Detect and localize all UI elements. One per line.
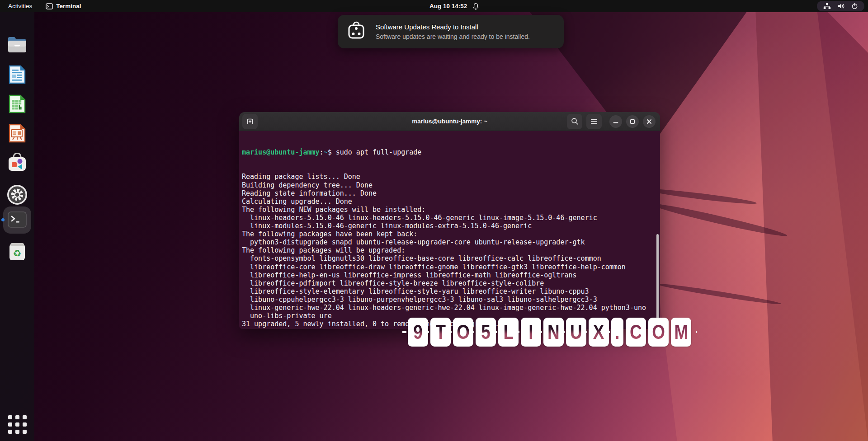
terminal-prompt-icon	[7, 211, 27, 229]
watermark-letter-tile: .	[611, 318, 623, 347]
watermark-letter-tile: I	[521, 318, 541, 347]
dock-item-libreoffice-writer[interactable]	[0, 64, 34, 85]
watermark-letter-tile: C	[626, 318, 646, 347]
terminal-output-line: linux-headers-5.15.0-46 linux-headers-5.…	[242, 214, 660, 222]
terminal-output: Reading package lists... DoneBuilding de…	[242, 173, 660, 329]
terminal-screen[interactable]: marius@ubuntu-jammy:~$ sudo apt full-upg…	[239, 131, 660, 329]
terminal-output-line: libreoffice-help-en-us libreoffice-impre…	[242, 271, 660, 279]
minimize-icon	[613, 119, 618, 124]
hamburger-menu-icon	[590, 118, 598, 125]
terminal-prompt-line: marius@ubuntu-jammy:~$ sudo apt full-upg…	[242, 148, 660, 156]
terminal-output-line: fonts-opensymbol libgnutls30 libreoffice…	[242, 254, 660, 263]
app-grid-icon	[8, 415, 27, 434]
dock-separator	[9, 200, 25, 200]
dock-item-libreoffice-calc[interactable]	[0, 94, 34, 114]
terminal-output-line: The following packages have been kept ba…	[242, 230, 660, 238]
terminal-output-line: Building dependency tree... Done	[242, 181, 660, 189]
maximize-icon	[630, 119, 635, 124]
top-bar: Activities Terminal Aug 10 14:52	[0, 0, 868, 12]
activities-button[interactable]: Activities	[0, 0, 40, 12]
terminal-scrollbar-thumb[interactable]	[656, 234, 659, 322]
terminal-output-line: linux-generic-hwe-22.04 linux-headers-ge…	[242, 304, 660, 312]
watermark-letter-tile: O	[648, 318, 669, 347]
impress-presentation-icon	[7, 123, 28, 144]
prompt-command: sudo apt full-upgrade	[336, 148, 422, 156]
close-button[interactable]	[643, 115, 656, 128]
prompt-path: ~	[324, 148, 328, 156]
search-button[interactable]	[567, 114, 582, 129]
dock-item-settings[interactable]	[0, 184, 34, 205]
terminal-output-line: The following packages will be upgraded:	[242, 246, 660, 254]
watermark-9to5linux: 9TO5LINUX.COM	[408, 318, 691, 347]
terminal-window: marius@ubuntu-jammy: ~	[239, 112, 660, 329]
terminal-output-line: The following NEW packages will be insta…	[242, 206, 660, 214]
watermark-letter-tile: 5	[476, 318, 496, 347]
svg-text:♻: ♻	[13, 248, 22, 259]
terminal-titlebar[interactable]: marius@ubuntu-jammy: ~	[239, 112, 660, 131]
software-bag-icon	[7, 153, 28, 173]
dock-item-libreoffice-impress[interactable]	[0, 123, 34, 144]
search-icon	[571, 117, 579, 125]
dock: ♻	[0, 12, 34, 441]
watermark-letter-tile: U	[566, 318, 586, 347]
close-icon	[646, 119, 652, 124]
menu-button[interactable]	[586, 114, 602, 129]
prompt-user-host: marius@ubuntu-jammy	[242, 148, 320, 156]
watermark-letter-tile: O	[453, 318, 473, 347]
new-tab-icon	[246, 117, 254, 126]
new-tab-button[interactable]	[242, 114, 258, 129]
terminal-output-line: libreoffice-core libreoffice-draw libreo…	[242, 263, 660, 271]
terminal-mini-icon	[46, 3, 53, 9]
watermark-letter-tile: 9	[408, 318, 428, 347]
terminal-output-line: python3-distupgrade snapd ubuntu-release…	[242, 238, 660, 246]
watermark-letter-tile: N	[543, 318, 564, 347]
dock-item-terminal[interactable]	[0, 211, 34, 229]
clock-label: Aug 10 14:52	[429, 3, 467, 9]
power-icon	[851, 3, 858, 9]
focused-app-menu[interactable]: Terminal	[40, 0, 86, 12]
terminal-output-line: Reading package lists... Done	[242, 173, 660, 181]
dock-item-ubuntu-software[interactable]	[0, 153, 34, 173]
gear-icon	[7, 184, 28, 205]
system-tray-button[interactable]	[817, 1, 864, 11]
notification-body: Software updates are waiting and ready t…	[376, 33, 530, 40]
titlebar-controls	[567, 114, 656, 129]
terminal-output-line: Reading state information... Done	[242, 189, 660, 197]
terminal-output-line: libreoffice-pdfimport libreoffice-style-…	[242, 279, 660, 287]
network-wired-icon	[823, 3, 831, 9]
activities-label: Activities	[8, 3, 32, 9]
watermark-letter-tile: X	[589, 318, 609, 347]
minimize-button[interactable]	[609, 115, 622, 128]
maximize-button[interactable]	[626, 115, 639, 128]
watermark-letter-tile: M	[671, 318, 691, 347]
software-updates-notification[interactable]: Software Updates Ready to Install Softwa…	[338, 15, 564, 48]
software-updates-icon	[346, 21, 367, 42]
terminal-output-line: linux-modules-5.15.0-46-generic linux-mo…	[242, 222, 660, 230]
prompt-symbol: $	[328, 148, 336, 156]
watermark-letter-tile: L	[498, 318, 519, 347]
watermark-letter-tile: T	[430, 318, 451, 347]
notification-title: Software Updates Ready to Install	[376, 23, 530, 31]
prompt-colon: :	[320, 148, 324, 156]
terminal-output-line: Calculating upgrade... Done	[242, 197, 660, 206]
show-apps-button[interactable]	[0, 415, 34, 434]
dock-item-trash[interactable]: ♻	[0, 240, 34, 261]
dock-item-files[interactable]	[0, 35, 34, 55]
notification-bell-icon	[472, 3, 479, 10]
notification-text: Software Updates Ready to Install Softwa…	[376, 23, 530, 40]
trash-recycle-icon: ♻	[7, 240, 27, 261]
calc-spreadsheet-icon	[7, 94, 28, 114]
focused-app-name: Terminal	[56, 3, 81, 9]
terminal-output-line: libreoffice-style-elementary libreoffice…	[242, 287, 660, 296]
writer-document-icon	[7, 64, 28, 85]
terminal-output-line: libuno-cppuhelpergcc3-3 libuno-purpenvhe…	[242, 296, 660, 304]
files-folder-icon	[6, 35, 28, 55]
volume-icon	[837, 3, 845, 9]
clock-button[interactable]: Aug 10 14:52	[429, 0, 479, 12]
